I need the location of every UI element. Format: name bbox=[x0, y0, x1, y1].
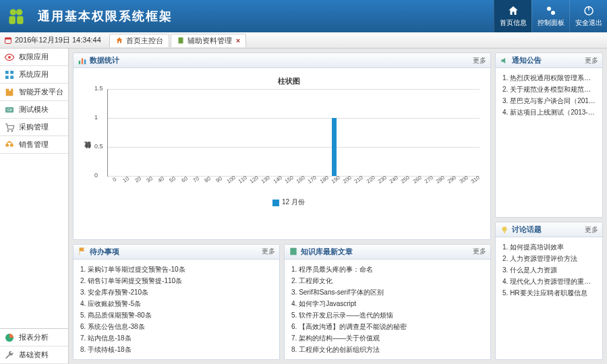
header-nav: 首页信息 控制面板 安全退出 bbox=[494, 0, 607, 32]
panel-tasks: 待办事项 更多 采购订单等期过提交预警告-10条销售订单等闲提交预警提-110条… bbox=[73, 244, 280, 360]
list-item[interactable]: 安全库存预警-210条 bbox=[80, 286, 274, 298]
sidebar-item-grid[interactable]: 系统应用 bbox=[0, 66, 68, 84]
list-item[interactable]: 人力资源管理评价方法 bbox=[502, 253, 597, 264]
list-item[interactable]: 如何学习Javascript bbox=[291, 298, 485, 309]
list-item[interactable]: 如何提高培训效率 bbox=[502, 241, 597, 253]
list-item[interactable]: 手续待核-18条 bbox=[80, 344, 274, 355]
svg-rect-7 bbox=[588, 6, 589, 10]
svg-rect-21 bbox=[79, 61, 80, 64]
list-item[interactable]: 采购订单等期过提交预警告-10条 bbox=[80, 264, 274, 275]
svg-rect-12 bbox=[5, 71, 9, 74]
sidebar-item-scale[interactable]: 销售管理 bbox=[0, 136, 68, 154]
legend-swatch bbox=[272, 200, 279, 206]
list-item[interactable]: 热烈庆祝通用权限管理系统框架上线（2013-11-06） bbox=[502, 72, 597, 84]
chart-bar bbox=[332, 118, 337, 176]
sidebar-item-cart[interactable]: 采购管理 bbox=[0, 119, 68, 136]
svg-point-25 bbox=[502, 226, 507, 231]
content-tabs: 首页主控台 辅助资料管理 × bbox=[109, 34, 246, 47]
chart-legend: 12 月份 bbox=[98, 196, 480, 208]
nav-logout[interactable]: 安全退出 bbox=[569, 0, 607, 32]
list-item[interactable]: 商品质保期预警-80条 bbox=[80, 309, 274, 321]
panel-title: 数据统计 bbox=[90, 55, 473, 65]
svg-point-4 bbox=[547, 7, 551, 11]
list-item[interactable]: 工程师文化的创新组织方法 bbox=[291, 344, 485, 355]
book-icon bbox=[289, 247, 298, 256]
more-link[interactable]: 更多 bbox=[473, 247, 486, 256]
app-logo bbox=[0, 0, 32, 32]
sidebar-item-label: 基础资料 bbox=[19, 350, 49, 360]
chart-area: 柱状图 数量统计 00.511.5 0102030405060708090100… bbox=[79, 72, 485, 235]
close-icon[interactable]: × bbox=[236, 36, 240, 44]
puzzle-icon bbox=[4, 87, 15, 98]
chart-title: 柱状图 bbox=[98, 75, 480, 88]
cart-icon bbox=[4, 122, 15, 133]
sidebar-item-puzzle[interactable]: 智能开发平台 bbox=[0, 84, 68, 101]
power-icon bbox=[583, 5, 595, 17]
svg-point-0 bbox=[10, 9, 16, 16]
list-item[interactable]: 【高效沟通】的调查是不能说的秘密 bbox=[291, 321, 485, 332]
doc-icon bbox=[177, 36, 185, 44]
list-item[interactable]: 程序员最头疼的事：命名 bbox=[291, 264, 485, 275]
list-item[interactable]: 现代化人力资源管理的重要意义 bbox=[502, 276, 597, 287]
list-item[interactable]: 新达项目上线测试（2013-10-31） bbox=[502, 107, 597, 118]
list-item[interactable]: 销售订单等闲提交预警提-110条 bbox=[80, 275, 274, 286]
more-link[interactable]: 更多 bbox=[262, 247, 275, 256]
list-item[interactable]: HR要关注应聘者职履信息 bbox=[502, 287, 597, 299]
svg-text:C#: C# bbox=[7, 108, 12, 112]
app-title: 通用基本权限系统框架 bbox=[32, 8, 494, 24]
pie-icon bbox=[4, 332, 15, 343]
svg-rect-14 bbox=[5, 75, 9, 79]
list-item[interactable]: 什么是人力资源 bbox=[502, 264, 597, 276]
flag-icon bbox=[78, 247, 87, 256]
wrench-icon bbox=[4, 350, 15, 361]
list-item[interactable]: Serif和Sans-serif字体的区别 bbox=[291, 286, 485, 298]
more-link[interactable]: 更多 bbox=[585, 225, 598, 235]
list-item[interactable]: 关于规范业务模型和规范业务活动 报表，请下载（2013-11-05） bbox=[502, 84, 597, 95]
list-item[interactable]: 站内信息-18条 bbox=[80, 332, 274, 344]
list-item[interactable]: 架构的结构——关于价值观 bbox=[291, 332, 485, 344]
svg-rect-24 bbox=[290, 248, 296, 255]
nav-control-panel[interactable]: 控制面板 bbox=[531, 0, 569, 32]
svg-rect-23 bbox=[84, 59, 86, 64]
svg-rect-26 bbox=[504, 231, 505, 233]
svg-point-1 bbox=[16, 9, 22, 16]
svg-point-18 bbox=[7, 130, 9, 132]
svg-rect-13 bbox=[10, 71, 13, 74]
panel-title: 知识库最新文章 bbox=[301, 247, 473, 257]
sidebar-item-pie[interactable]: 报表分析 bbox=[0, 329, 68, 346]
tab-aux-data[interactable]: 辅助资料管理 × bbox=[171, 34, 246, 47]
sidebar-item-label: 系统应用 bbox=[19, 69, 49, 80]
svg-point-11 bbox=[8, 56, 11, 59]
sidebar-item-eye[interactable]: 权限应用 bbox=[0, 49, 68, 66]
list-item[interactable]: 系统公告信息-38条 bbox=[80, 321, 274, 332]
sidebar-item-wrench[interactable]: 基础资料 bbox=[0, 346, 68, 364]
toolbar: 2016年12月19日 14:34:44 首页主控台 辅助资料管理 × bbox=[0, 32, 607, 49]
panel-discuss: 讨论话题 更多 如何提高培训效率人力资源管理评价方法什么是人力资源现代化人力资源… bbox=[495, 222, 603, 360]
panel-articles: 知识库最新文章 更多 程序员最头疼的事：命名工程师文化Serif和Sans-se… bbox=[284, 244, 491, 360]
panel-title: 讨论话题 bbox=[512, 224, 585, 235]
people-icon bbox=[7, 7, 26, 26]
more-link[interactable]: 更多 bbox=[473, 56, 486, 65]
sidebar: 权限应用系统应用智能开发平台C#测试模块采购管理销售管理 报表分析基础资料 bbox=[0, 49, 69, 364]
list-item[interactable]: 软件开发启示录——迭代的烦恼 bbox=[291, 309, 485, 321]
nav-home[interactable]: 首页信息 bbox=[494, 0, 531, 32]
tab-dashboard[interactable]: 首页主控台 bbox=[109, 34, 169, 47]
grid-icon bbox=[4, 69, 15, 80]
svg-rect-15 bbox=[10, 75, 13, 79]
speaker-icon bbox=[500, 56, 509, 65]
list-item[interactable]: 工程师文化 bbox=[291, 275, 485, 286]
main-content: 数据统计 更多 柱状图 数量统计 00.511.5 01020304050607… bbox=[69, 49, 607, 364]
sidebar-item-label: 智能开发平台 bbox=[19, 87, 63, 97]
sidebar-item-cs[interactable]: C#测试模块 bbox=[0, 101, 68, 119]
svg-point-19 bbox=[11, 130, 13, 132]
list-item[interactable]: 星巴克与客户谈合同（2013-10-31） bbox=[502, 95, 597, 107]
sidebar-item-label: 销售管理 bbox=[19, 140, 49, 150]
gear-icon bbox=[545, 5, 557, 17]
sidebar-item-label: 权限应用 bbox=[19, 52, 49, 62]
list-item[interactable]: 应收账款预警-5条 bbox=[80, 298, 274, 309]
more-link[interactable]: 更多 bbox=[585, 56, 598, 65]
cs-icon: C# bbox=[4, 104, 15, 115]
svg-rect-22 bbox=[82, 58, 83, 64]
svg-rect-3 bbox=[17, 16, 23, 24]
svg-rect-10 bbox=[178, 38, 183, 44]
